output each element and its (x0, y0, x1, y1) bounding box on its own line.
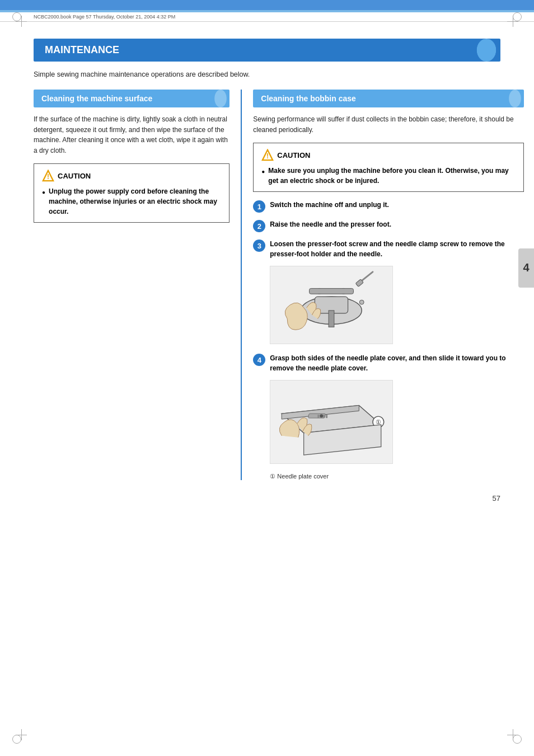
left-caution-bullet: ● (42, 188, 45, 196)
section-title-banner: MAINTENANCE (34, 39, 500, 62)
left-caution-text: Unplug the power supply cord before clea… (49, 186, 221, 217)
svg-point-20 (320, 414, 324, 417)
needle-plate-illustration: ① (270, 380, 393, 464)
left-section-title: Cleaning the machine surface (41, 94, 152, 103)
chapter-tab: 4 (518, 248, 534, 288)
step-2: 2 Raise the needle and the presser foot. (253, 219, 524, 232)
step-3: 3 Loosen the presser-foot screw and the … (253, 239, 524, 259)
banner-arrow (477, 39, 496, 62)
left-section-header: Cleaning the machine surface (34, 90, 229, 107)
main-content: MAINTENANCE Simple sewing machine mainte… (0, 22, 534, 514)
svg-text:!: ! (266, 153, 269, 161)
right-header-arrow (509, 90, 521, 107)
svg-rect-16 (318, 415, 320, 418)
step-4: 4 Grasp both sides of the needle plate c… (253, 353, 524, 373)
step-4-circle: 4 (253, 354, 265, 366)
two-column-layout: Cleaning the machine surface If the surf… (34, 90, 500, 480)
left-caution-header: ! CAUTION (42, 170, 221, 182)
file-info: NCBC2000.book Page 57 Thursday, October … (0, 12, 534, 22)
right-column: Cleaning the bobbin case Sewing performa… (253, 90, 524, 480)
left-header-arrow (214, 90, 227, 107)
right-caution-triangle-icon: ! (261, 149, 274, 161)
right-caution-text: Make sure you unplug the machine before … (268, 166, 516, 186)
right-caution-box: ! CAUTION ● Make sure you unplug the mac… (253, 143, 524, 192)
caption-text: Needle plate cover (277, 473, 329, 480)
right-caution-item: ● Make sure you unplug the machine befor… (261, 166, 516, 186)
svg-rect-10 (329, 311, 334, 327)
crosshair-bl (16, 729, 27, 740)
step-4-text: Grasp both sides of the needle plate cov… (270, 353, 524, 373)
right-caution-title: CAUTION (277, 151, 310, 159)
needle-plate-caption: ① Needle plate cover (270, 473, 524, 480)
step-1-circle: 1 (253, 200, 265, 213)
crosshair-br (507, 729, 518, 740)
section-title-text: MAINTENANCE (45, 44, 119, 56)
step-3-circle: 3 (253, 240, 265, 252)
svg-text:!: ! (47, 173, 49, 181)
steps-container: 1 Switch the machine off and unplug it. … (253, 200, 524, 480)
svg-rect-9 (310, 289, 354, 294)
page-number: 57 (493, 494, 500, 503)
vertical-divider (241, 90, 242, 480)
left-caution-item: ● Unplug the power supply cord before cl… (42, 186, 221, 217)
left-section-body: If the surface of the machine is dirty, … (34, 114, 229, 156)
step-2-text: Raise the needle and the presser foot. (270, 219, 524, 229)
svg-text:①: ① (376, 419, 381, 425)
presser-foot-illustration (270, 266, 393, 344)
intro-text: Simple sewing machine maintenance operat… (34, 71, 500, 78)
left-caution-title: CAUTION (58, 172, 91, 180)
caption-symbol: ① (270, 473, 275, 480)
caution-triangle-icon: ! (42, 170, 54, 182)
right-caution-header: ! CAUTION (261, 149, 516, 161)
svg-rect-18 (323, 415, 325, 418)
right-section-title: Cleaning the bobbin case (261, 94, 356, 103)
right-section-body: Sewing performance will suffer if dust c… (253, 114, 524, 135)
left-caution-box: ! CAUTION ● Unplug the power supply cord… (34, 163, 229, 223)
step-1: 1 Switch the machine off and unplug it. (253, 200, 524, 213)
step-1-text: Switch the machine off and unplug it. (270, 200, 524, 210)
top-bar (0, 0, 534, 10)
step-3-text: Loosen the presser-foot screw and the ne… (270, 239, 524, 259)
right-caution-bullet: ● (261, 167, 265, 176)
left-column: Cleaning the machine surface If the surf… (34, 90, 229, 223)
svg-point-13 (360, 300, 364, 304)
svg-rect-19 (326, 415, 327, 418)
right-section-header: Cleaning the bobbin case (253, 90, 524, 107)
step-2-circle: 2 (253, 220, 265, 232)
